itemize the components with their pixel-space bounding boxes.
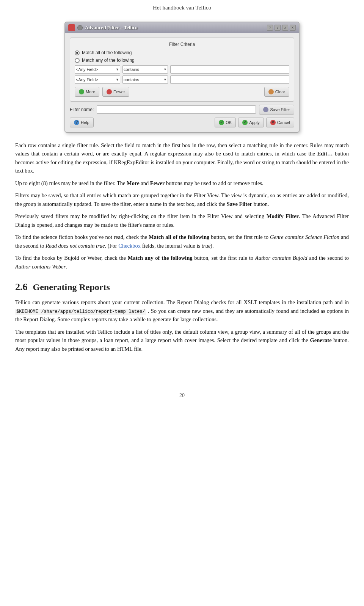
ok-apply-cancel-buttons: ✓ OK ✓ Apply ✕ Cancel <box>215 118 294 127</box>
match-any-radio-row[interactable]: Match any of the following <box>75 58 289 63</box>
more-icon <box>79 89 84 94</box>
apply-icon: ✓ <box>242 120 248 125</box>
fewer-icon <box>107 89 112 94</box>
paragraph-3: Filters may be saved, so that all entrie… <box>15 191 349 208</box>
dialog-app-icon <box>68 24 75 31</box>
section-2-6-paragraph-1: Tellico can generate various reports abo… <box>15 298 349 324</box>
field-select2-arrow: ▼ <box>116 78 119 82</box>
fewer-button[interactable]: Fewer <box>102 87 129 97</box>
criteria-label: Filter Criteria <box>75 42 289 47</box>
page-content: Advanced Filter – Tellico ? ∨ ∧ ✕ Filter… <box>0 22 364 374</box>
page-footer: 20 <box>0 385 364 406</box>
paragraph-1: Each row contains a single filter rule. … <box>15 141 349 175</box>
section-2-6-paragraph-2: The templates that are installed with Te… <box>15 328 349 353</box>
checkbox-link[interactable]: Checkbox <box>118 243 141 249</box>
field-select-arrow: ▼ <box>116 68 119 71</box>
dialog-close-button[interactable] <box>77 25 83 30</box>
ok-button[interactable]: ✓ OK <box>215 118 236 127</box>
dialog-container: Advanced Filter – Tellico ? ∨ ∧ ✕ Filter… <box>15 22 349 133</box>
more-fewer-clear-row: More Fewer Clear <box>75 87 289 97</box>
save-filter-button[interactable]: Save Filter <box>259 105 294 115</box>
more-fewer-buttons: More Fewer <box>75 87 129 97</box>
dialog-window: Advanced Filter – Tellico ? ∨ ∧ ✕ Filter… <box>64 22 300 133</box>
body-text-section: Each row contains a single filter rule. … <box>15 141 349 271</box>
clear-icon <box>268 89 274 94</box>
apply-button[interactable]: ✓ Apply <box>238 118 264 127</box>
ok-icon: ✓ <box>219 120 224 125</box>
dialog-bottom-row: ? Help ✓ OK ✓ Apply ✕ <box>70 118 294 127</box>
more-button[interactable]: More <box>75 87 99 97</box>
cancel-button[interactable]: ✕ Cancel <box>266 118 294 127</box>
match-all-label: Match all of the following <box>82 50 132 55</box>
dialog-titlebar: Advanced Filter – Tellico ? ∨ ∧ ✕ <box>65 22 299 33</box>
match-all-radio-row[interactable]: Match all of the following <box>75 50 289 55</box>
dialog-title-right: ? ∨ ∧ ✕ <box>267 25 296 31</box>
section-2-6-text: Tellico can generate various reports abo… <box>15 298 349 353</box>
match-any-label: Match any of the following <box>82 58 135 63</box>
op-select-arrow: ▼ <box>163 68 167 71</box>
filter-row1-field-select[interactable]: <Any Field> ▼ <box>75 65 120 74</box>
help-icon: ? <box>74 120 79 125</box>
filter-row2-value-input[interactable] <box>170 75 289 84</box>
paragraph-6: To find the books by Bujold or Weber, ch… <box>15 254 349 271</box>
dialog-title-text: Advanced Filter – Tellico <box>85 25 138 31</box>
filter-name-row: Filter name: Save Filter <box>70 105 294 115</box>
page-header-title: Het handboek van Tellico <box>153 5 211 11</box>
filter-row2-field-select[interactable]: <Any Field> ▼ <box>75 75 120 84</box>
match-all-radio[interactable] <box>75 50 80 55</box>
paragraph-4: Previously saved filters may be modified… <box>15 212 349 229</box>
match-any-radio[interactable] <box>75 58 80 63</box>
dialog-close-titlebar-button[interactable]: ✕ <box>290 25 296 31</box>
paragraph-2: Up to eight (8) rules may be used in the… <box>15 179 349 187</box>
clear-button[interactable]: Clear <box>264 87 289 97</box>
page-number: 20 <box>179 392 185 398</box>
filter-row-1: <Any Field> ▼ contains ▼ <box>75 65 289 74</box>
section-title: Generating Reports <box>33 282 110 292</box>
dialog-title-left: Advanced Filter – Tellico <box>68 24 138 31</box>
cancel-icon: ✕ <box>270 120 276 125</box>
dialog-minimize-button[interactable]: ∨ <box>275 25 281 31</box>
page-header: Het handboek van Tellico <box>0 0 364 18</box>
filter-name-input[interactable] <box>97 105 256 114</box>
filter-row2-op-select[interactable]: contains ▼ <box>122 75 168 84</box>
filter-row-2: <Any Field> ▼ contains ▼ <box>75 75 289 84</box>
help-button[interactable]: ? Help <box>70 118 94 127</box>
op-select2-arrow: ▼ <box>163 78 167 82</box>
filter-criteria-box: Filter Criteria Match all of the followi… <box>70 38 294 102</box>
filter-row1-op-select[interactable]: contains ▼ <box>122 65 168 74</box>
dialog-help-titlebar-button[interactable]: ? <box>267 25 273 31</box>
dialog-body: Filter Criteria Match all of the followi… <box>65 33 299 132</box>
dialog-maximize-button[interactable]: ∧ <box>282 25 288 31</box>
filter-row1-value-input[interactable] <box>170 65 289 74</box>
section-2-6-heading: 2.6 Generating Reports <box>15 281 349 293</box>
save-filter-icon <box>263 107 268 112</box>
filter-name-label: Filter name: <box>70 107 94 112</box>
section-number: 2.6 <box>15 281 28 293</box>
paragraph-5: To find the science fiction books you've… <box>15 233 349 250</box>
